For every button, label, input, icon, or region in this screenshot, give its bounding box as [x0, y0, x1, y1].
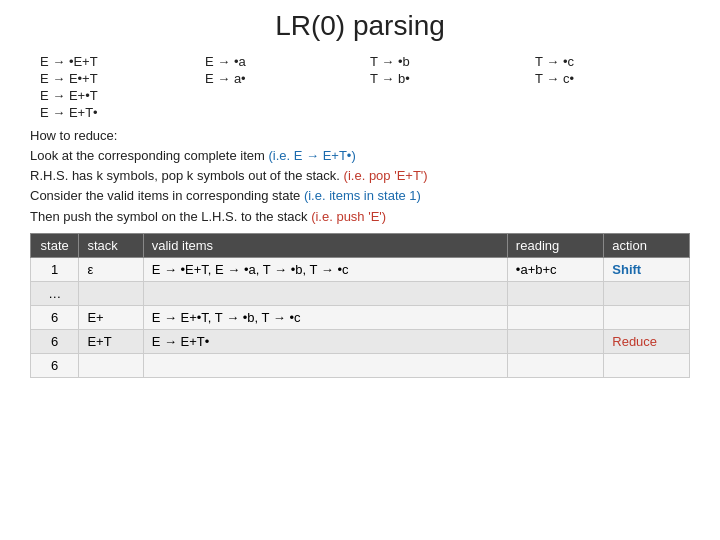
- cell-valid-items: [143, 281, 507, 305]
- cell-state: 6: [31, 305, 79, 329]
- grammar-rule-4: T → •c: [535, 54, 690, 69]
- page-title: LR(0) parsing: [30, 10, 690, 42]
- cell-reading: [507, 281, 603, 305]
- table-row: 6E+TE → E+T•Reduce: [31, 329, 690, 353]
- grammar-rule-8: T → c•: [535, 71, 690, 86]
- cell-reading: [507, 329, 603, 353]
- grammar-rule-15: [370, 105, 525, 120]
- grammar-rule-5: E → E•+T: [40, 71, 195, 86]
- description: How to reduce: Look at the corresponding…: [30, 126, 690, 227]
- table-row: 6E+E → E+•T, T → •b, T → •c: [31, 305, 690, 329]
- cell-valid-items: E → E+T•: [143, 329, 507, 353]
- grammar-rule-1: E → •E+T: [40, 54, 195, 69]
- grammar-rule-10: [205, 88, 360, 103]
- cell-valid-items: E → E+•T, T → •b, T → •c: [143, 305, 507, 329]
- grammar-rule-2: E → •a: [205, 54, 360, 69]
- header-reading: reading: [507, 233, 603, 257]
- cell-valid-items: [143, 353, 507, 377]
- cell-action: [604, 305, 690, 329]
- grammar-rule-6: E → a•: [205, 71, 360, 86]
- table-row: 1εE → •E+T, E → •a, T → •b, T → •c•a+b+c…: [31, 257, 690, 281]
- cell-reading: [507, 305, 603, 329]
- desc-line5: Then push the symbol on the L.H.S. to th…: [30, 207, 690, 227]
- table-row: 6: [31, 353, 690, 377]
- cell-state: 1: [31, 257, 79, 281]
- cell-stack: [79, 281, 143, 305]
- cell-action: Reduce: [604, 329, 690, 353]
- header-action: action: [604, 233, 690, 257]
- parsing-table: state stack valid items reading action 1…: [30, 233, 690, 378]
- desc-line1: How to reduce:: [30, 126, 690, 146]
- table-header-row: state stack valid items reading action: [31, 233, 690, 257]
- desc-line2: Look at the corresponding complete item …: [30, 146, 690, 166]
- cell-action: [604, 281, 690, 305]
- grammar-rule-11: [370, 88, 525, 103]
- cell-valid-items: E → •E+T, E → •a, T → •b, T → •c: [143, 257, 507, 281]
- cell-state: 6: [31, 353, 79, 377]
- header-state: state: [31, 233, 79, 257]
- header-stack: stack: [79, 233, 143, 257]
- cell-reading: •a+b+c: [507, 257, 603, 281]
- header-valid-items: valid items: [143, 233, 507, 257]
- grammar-rule-7: T → b•: [370, 71, 525, 86]
- grammar-rules: E → •E+T E → •a T → •b T → •c E → E•+T E…: [30, 54, 690, 120]
- cell-reading: [507, 353, 603, 377]
- cell-stack: E+: [79, 305, 143, 329]
- grammar-rule-12: [535, 88, 690, 103]
- grammar-rule-16: [535, 105, 690, 120]
- cell-action: [604, 353, 690, 377]
- grammar-rule-13: E → E+T•: [40, 105, 195, 120]
- desc-line4: Consider the valid items in correspondin…: [30, 186, 690, 206]
- grammar-rule-14: [205, 105, 360, 120]
- cell-state: …: [31, 281, 79, 305]
- cell-stack: E+T: [79, 329, 143, 353]
- grammar-rule-9: E → E+•T: [40, 88, 195, 103]
- desc-line3: R.H.S. has k symbols, pop k symbols out …: [30, 166, 690, 186]
- cell-stack: [79, 353, 143, 377]
- cell-action: Shift: [604, 257, 690, 281]
- cell-state: 6: [31, 329, 79, 353]
- cell-stack: ε: [79, 257, 143, 281]
- table-row: …: [31, 281, 690, 305]
- grammar-rule-3: T → •b: [370, 54, 525, 69]
